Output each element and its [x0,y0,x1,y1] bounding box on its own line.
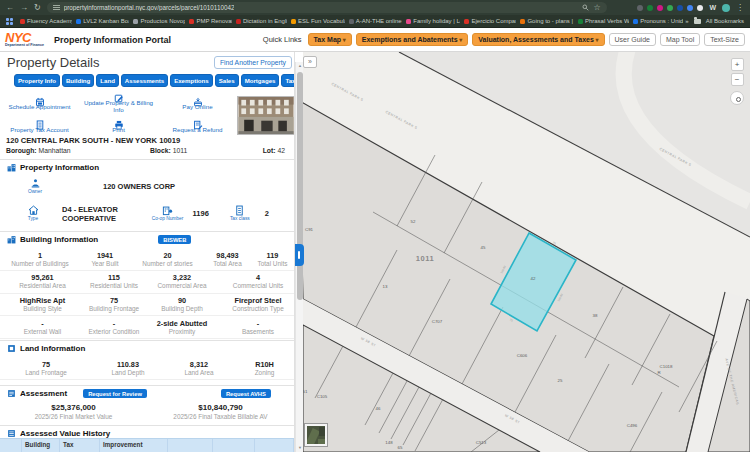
bookmark-favicon [633,19,638,24]
extension-icon[interactable] [657,5,663,11]
metric-row: HighRise AptBuilding Style75Building Fro… [0,294,295,317]
bookmark-item[interactable]: Dictation in English... [234,17,287,25]
bookmark-label: PMP Renovation [196,18,232,24]
history-column-header[interactable]: Building [22,439,60,452]
action-request-a-refund[interactable]: Request a Refund [158,115,237,135]
history-column-header[interactable]: Improvement [100,439,168,452]
search-icon[interactable] [582,4,589,11]
metric-building-style: HighRise AptBuilding Style [0,296,85,313]
basemap-inset[interactable] [305,424,327,446]
owner-icon [30,178,41,189]
lot-number-label: C606 [517,353,528,358]
action-print[interactable]: Print [79,115,158,135]
bookmark-label: ESL Fun Vocabulary... [298,18,345,24]
bookmark-item[interactable]: Ejercicio Comparati... [462,17,516,25]
bookmark-item[interactable]: Phrasal Verbs With... [576,17,629,25]
map-tool-button[interactable]: Map Tool [660,33,700,46]
bookmarks-overflow-icon[interactable]: » [685,18,688,24]
bisweb-button[interactable]: BISWEB [158,235,191,244]
site-settings-icon[interactable] [53,5,60,10]
extension-icon[interactable] [667,5,673,11]
bookmark-item[interactable]: Productos Novopay... [131,17,185,25]
metric-label: Residential Area [0,282,85,290]
text-size-button[interactable]: Text-Size [704,33,745,46]
coop-number-value: 1196 [193,209,209,218]
block-value: 1011 [173,147,188,154]
lot-number-label: 51 [303,389,308,394]
bookmark-item[interactable]: PMP Renovation [187,17,232,25]
bookmark-item[interactable]: Going to - plans | Le... [518,17,573,25]
metric-label: Commercial Area [143,282,221,290]
extension-icon[interactable] [697,5,703,11]
request-avhs-button[interactable]: Request AVHS [221,389,271,398]
metric-label: Basements [221,328,295,336]
browser-menu-icon[interactable]: ⋮ [736,4,744,12]
bookmark-label: LVL2 Kanban Board... [83,18,129,24]
history-column-header[interactable] [213,439,255,452]
bookmark-item[interactable]: A-AN-THE online ex... [347,17,403,25]
extension-icon[interactable] [677,5,683,11]
tab-building[interactable]: Building [62,74,94,87]
coop-icon [162,205,173,216]
find-another-property-button[interactable]: Find Another Property [214,56,292,69]
apps-grid-icon[interactable] [6,18,13,25]
history-column-header[interactable] [168,439,213,452]
street-view-photo[interactable] [237,96,295,135]
tax-map[interactable]: 10115245423813C91C707C60625C496C1018RC10… [303,52,750,452]
bookmark-star-icon[interactable]: ☆ [594,4,601,12]
extension-icon[interactable] [687,5,693,11]
history-column-header[interactable] [255,439,294,452]
action-pay-online[interactable]: Pay Online [158,88,237,115]
bookmark-item[interactable]: ESL Fun Vocabulary... [289,17,345,25]
bookmark-item[interactable]: Pronouns : Unided... [631,17,683,25]
lot-number-label: C496 [627,423,638,428]
profile-initial[interactable]: W [709,4,716,11]
action-schedule-appointment[interactable]: Schedule Appointment [0,88,79,115]
tab-land[interactable]: Land [96,74,119,87]
tab-exemptions[interactable]: Exemptions [170,74,213,87]
tab-sales[interactable]: Sales [215,74,239,87]
back-icon[interactable]: ← [6,4,14,12]
reload-icon[interactable]: ↻ [34,4,41,12]
address-bar[interactable]: propertyinformationportal.nyc.gov/parcel… [47,2,607,13]
bookmark-item[interactable]: Family holiday | Lear... [404,17,460,25]
user-guide-button[interactable]: User Guide [609,33,656,46]
tab-assessments[interactable]: Assessments [121,74,168,87]
bookmark-item[interactable]: LVL2 Kanban Board... [74,17,129,25]
calendar-icon [35,93,45,103]
zoom-in-button[interactable]: + [731,58,744,71]
forward-icon[interactable]: → [20,4,28,12]
bookmark-label: Going to - plans | Le... [527,18,573,24]
metric-label: Number of Buildings [0,260,80,268]
locate-button[interactable] [730,91,744,105]
bookmark-item[interactable]: Fluency Academy L... [18,17,72,25]
tax-map-canvas[interactable]: 10115245423813C91C707C60625C496C1018RC10… [303,52,750,452]
metric-label: Exterior Condition [85,328,143,336]
action-property-tax-account[interactable]: Property Tax Account [0,115,79,135]
utility-buttons: User GuideMap ToolText-Size [609,33,745,46]
metric-external-wall: -External Wall [0,319,85,336]
avatar[interactable] [722,4,730,12]
nyc-dof-logo[interactable]: NYC Department of Finance [5,31,44,48]
history-table-header: BuildingTaxImprovement [0,438,295,452]
bookmark-label: Productos Novopay... [140,18,185,24]
tab-mortgages[interactable]: Mortgages [241,74,280,87]
quick-link-valuation-assessments-and-taxes[interactable]: Valuation, Assessments and Taxes [472,33,604,46]
panel-expand-button[interactable]: » [303,56,317,68]
quick-link-exemptions-and-abatements[interactable]: Exemptions and Abatements [356,33,469,46]
tab-property-info[interactable]: Property Info [14,74,60,87]
folder-icon [694,19,701,24]
history-column-header[interactable] [0,439,22,452]
tab-tax-map-history[interactable]: Tax Map History [281,74,295,87]
lot-number-label: C1018 [660,364,673,369]
request-for-review-button[interactable]: Request for Review [83,389,147,398]
quick-link-tax-map[interactable]: Tax Map [308,33,352,46]
extension-icon[interactable] [637,5,643,11]
action-update-property-billing-info[interactable]: Update Property & Billing Info [79,88,158,115]
zoom-out-button[interactable]: − [731,73,744,86]
panel-collapse-handle[interactable] [295,244,304,266]
all-bookmarks-label[interactable]: All Bookmarks [706,18,744,24]
history-column-header[interactable]: Tax [60,439,100,452]
bookmark-favicon [189,19,194,24]
extension-icon[interactable] [647,5,653,11]
